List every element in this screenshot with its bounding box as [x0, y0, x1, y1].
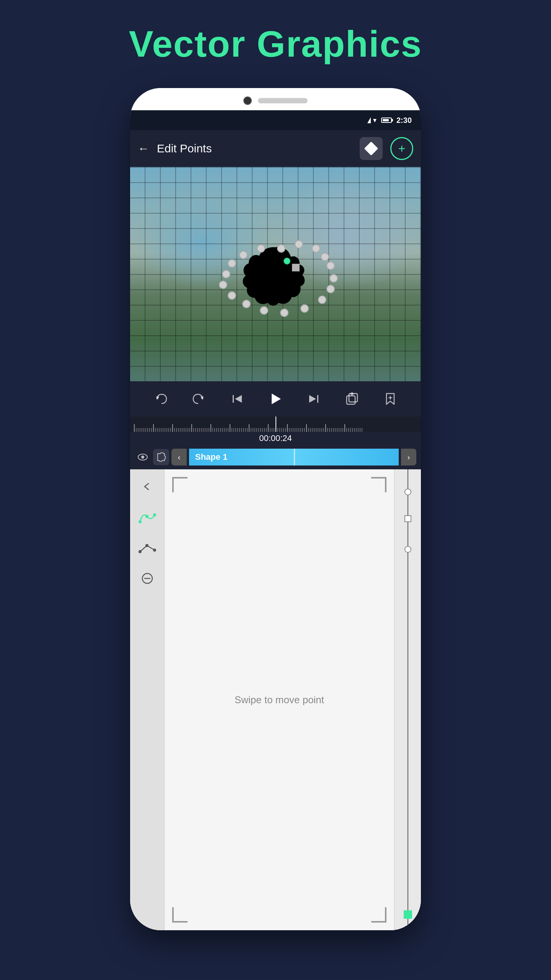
keyframe-2[interactable] — [404, 546, 411, 553]
ruler-tick — [220, 428, 221, 432]
page-title: Vector Graphics — [129, 23, 422, 65]
point-handle-5[interactable] — [326, 261, 335, 270]
tool-delete-button[interactable] — [136, 569, 159, 588]
duplicate-button[interactable] — [341, 388, 363, 410]
point-handle-9[interactable] — [300, 304, 309, 313]
point-handle-6[interactable] — [329, 274, 338, 283]
track-bar-label: Shape 1 — [195, 452, 227, 462]
bookmark-button[interactable] — [380, 388, 401, 410]
ruler-tick — [224, 428, 225, 432]
ruler-tick — [302, 428, 303, 432]
ruler-tick — [289, 428, 290, 432]
point-handle-11[interactable] — [260, 306, 268, 315]
duplicate-icon — [345, 392, 359, 406]
ruler-tick — [281, 428, 282, 432]
skip-end-icon — [307, 392, 321, 406]
ruler-tick — [237, 428, 238, 432]
tool-curve-button[interactable] — [136, 508, 159, 527]
point-handle-13[interactable] — [228, 291, 236, 300]
ruler-tick — [174, 428, 175, 432]
point-handle-3[interactable] — [312, 244, 320, 253]
ruler-tick — [207, 428, 207, 432]
diamond-move-button[interactable] — [360, 137, 383, 160]
undo-button[interactable] — [150, 388, 171, 410]
point-handle-square[interactable] — [292, 264, 300, 271]
point-handle-green[interactable] — [284, 258, 290, 265]
ruler-tick — [348, 428, 349, 432]
point-handle-14[interactable] — [219, 281, 227, 289]
back-button[interactable]: ← — [138, 142, 149, 155]
timeline-ruler[interactable]: // Generate ticks inline - will be repla… — [130, 416, 421, 432]
point-handle-17[interactable] — [239, 251, 248, 259]
add-point-button[interactable]: + — [390, 137, 413, 160]
playhead-cursor — [276, 416, 276, 432]
track-bar[interactable]: Shape 1 — [189, 449, 399, 466]
svg-point-23 — [145, 544, 148, 547]
ruler-tick — [320, 428, 320, 432]
point-handle-16[interactable] — [228, 259, 236, 268]
ruler-tick — [291, 428, 292, 432]
point-handle-4[interactable] — [321, 253, 329, 261]
point-handle-12[interactable] — [242, 300, 251, 308]
ruler-tick — [180, 428, 181, 432]
tool-back-button[interactable] — [136, 477, 159, 496]
ruler-tick — [316, 428, 316, 432]
ruler-tick — [138, 428, 139, 432]
point-handle-1[interactable] — [277, 244, 285, 253]
ruler-tick — [295, 428, 295, 432]
ruler-tick — [274, 428, 274, 432]
skip-end-button[interactable] — [303, 388, 324, 410]
track-prev-button[interactable]: ‹ — [171, 449, 187, 466]
point-handle-2[interactable] — [295, 240, 303, 248]
svg-rect-8 — [349, 394, 357, 402]
ruler-tick — [344, 424, 345, 432]
corner-bracket-br — [371, 907, 386, 923]
ruler-tick — [203, 428, 204, 432]
skip-start-button[interactable] — [227, 388, 248, 410]
svg-rect-5 — [317, 395, 318, 403]
ruler-tick — [210, 424, 211, 432]
ruler-tick — [136, 428, 137, 432]
ruler-tick — [304, 428, 305, 432]
keyframe-1[interactable] — [404, 488, 411, 495]
keyframe-square-1[interactable] — [404, 515, 411, 522]
ruler-tick — [212, 428, 213, 432]
svg-marker-6 — [309, 395, 316, 403]
phone-notch — [130, 88, 421, 110]
signal-icon — [367, 117, 371, 123]
ruler-tick — [140, 428, 140, 432]
ruler-tick — [166, 428, 167, 432]
redo-button[interactable] — [188, 388, 210, 410]
point-handle-8[interactable] — [318, 296, 326, 304]
app-content: ▾ 2:30 ← Edit Points + — [130, 110, 421, 930]
bookmark-icon — [383, 392, 397, 406]
skip-start-icon — [230, 392, 244, 406]
ruler-tick — [161, 428, 161, 432]
ruler-tick — [356, 428, 357, 432]
svg-marker-3 — [235, 395, 242, 403]
ruler-tick — [214, 428, 215, 432]
ruler-tick — [134, 424, 135, 432]
ruler-tick — [165, 428, 165, 432]
svg-marker-4 — [272, 394, 281, 404]
play-button[interactable] — [265, 388, 286, 410]
phone-camera — [243, 96, 252, 105]
point-handle-18[interactable] — [257, 244, 265, 253]
ruler-tick — [142, 428, 142, 432]
ruler-tick — [327, 428, 328, 432]
track-visibility-toggle[interactable] — [135, 449, 151, 465]
ruler-tick — [159, 428, 160, 432]
keyframe-green[interactable] — [404, 910, 412, 919]
ruler-tick — [266, 428, 267, 432]
tool-linear-button[interactable] — [136, 538, 159, 557]
canvas-area[interactable] — [130, 167, 421, 381]
point-handle-10[interactable] — [280, 309, 289, 317]
point-handle-15[interactable] — [222, 270, 230, 278]
track-type-icon[interactable] — [153, 449, 169, 465]
ruler-tick — [360, 428, 360, 432]
ruler-tick — [151, 428, 152, 432]
ruler-tick — [216, 428, 217, 432]
track-next-button[interactable]: › — [401, 449, 416, 466]
puzzle-icon — [156, 452, 166, 462]
point-handle-7[interactable] — [326, 285, 335, 293]
